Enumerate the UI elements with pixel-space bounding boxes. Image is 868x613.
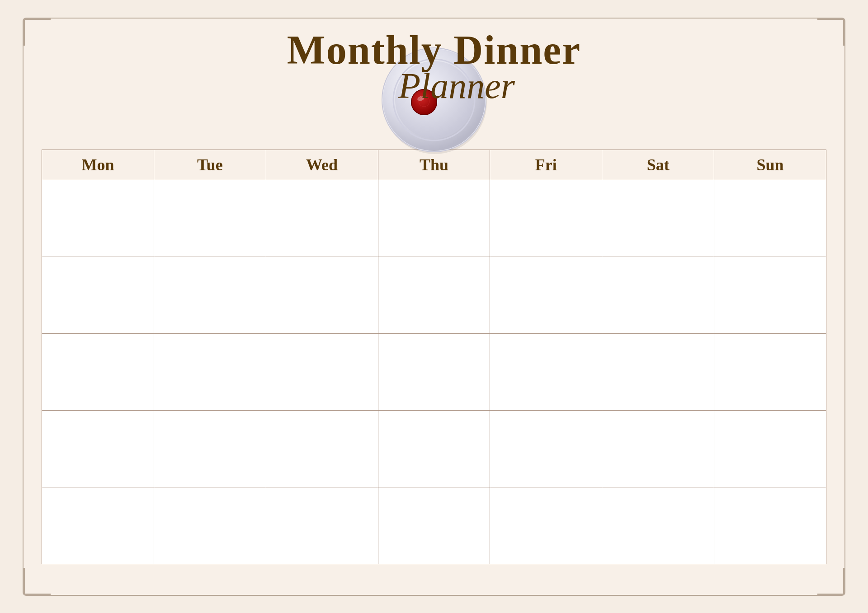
cell-r2-tue[interactable] (154, 257, 266, 333)
calendar-table: Mon Tue Wed Thu Fri Sat Sun (42, 150, 826, 564)
header: Monthly Dinner Planner (42, 28, 826, 136)
header-sat: Sat (602, 150, 714, 180)
cell-r1-sat[interactable] (602, 180, 714, 257)
cell-r3-mon[interactable] (42, 333, 154, 410)
cell-r2-sun[interactable] (714, 257, 826, 333)
cell-r4-thu[interactable] (378, 410, 490, 487)
cell-r3-thu[interactable] (378, 333, 490, 410)
page-container: Monthly Dinner Planner Mon Tue Wed Thu F… (23, 18, 845, 596)
header-tue: Tue (154, 150, 266, 180)
cell-r3-fri[interactable] (490, 333, 602, 410)
cell-r5-sat[interactable] (602, 487, 714, 564)
cell-r5-tue[interactable] (154, 487, 266, 564)
cell-r3-sat[interactable] (602, 333, 714, 410)
cell-r4-wed[interactable] (266, 410, 378, 487)
cell-r2-fri[interactable] (490, 257, 602, 333)
cell-r5-wed[interactable] (266, 487, 378, 564)
calendar-body (42, 180, 826, 564)
cell-r3-sun[interactable] (714, 333, 826, 410)
calendar-wrapper: Mon Tue Wed Thu Fri Sat Sun (42, 150, 826, 577)
cell-r4-tue[interactable] (154, 410, 266, 487)
cell-r5-sun[interactable] (714, 487, 826, 564)
table-row (42, 410, 826, 487)
cell-r1-wed[interactable] (266, 180, 378, 257)
cell-r5-thu[interactable] (378, 487, 490, 564)
cell-r3-wed[interactable] (266, 333, 378, 410)
title-planner: Planner (398, 66, 515, 107)
cell-r1-fri[interactable] (490, 180, 602, 257)
cell-r1-thu[interactable] (378, 180, 490, 257)
cell-r2-mon[interactable] (42, 257, 154, 333)
table-row (42, 180, 826, 257)
table-row (42, 257, 826, 333)
cell-r4-mon[interactable] (42, 410, 154, 487)
cell-r1-mon[interactable] (42, 180, 154, 257)
cell-r1-sun[interactable] (714, 180, 826, 257)
cell-r2-wed[interactable] (266, 257, 378, 333)
table-row (42, 487, 826, 564)
table-row (42, 333, 826, 410)
cell-r4-sun[interactable] (714, 410, 826, 487)
cell-r1-tue[interactable] (154, 180, 266, 257)
cell-r2-thu[interactable] (378, 257, 490, 333)
header-sun: Sun (714, 150, 826, 180)
cell-r5-fri[interactable] (490, 487, 602, 564)
cell-r3-tue[interactable] (154, 333, 266, 410)
cell-r5-mon[interactable] (42, 487, 154, 564)
header-mon: Mon (42, 150, 154, 180)
cell-r2-sat[interactable] (602, 257, 714, 333)
cell-r4-sat[interactable] (602, 410, 714, 487)
cell-r4-fri[interactable] (490, 410, 602, 487)
header-wed: Wed (266, 150, 378, 180)
header-fri: Fri (490, 150, 602, 180)
